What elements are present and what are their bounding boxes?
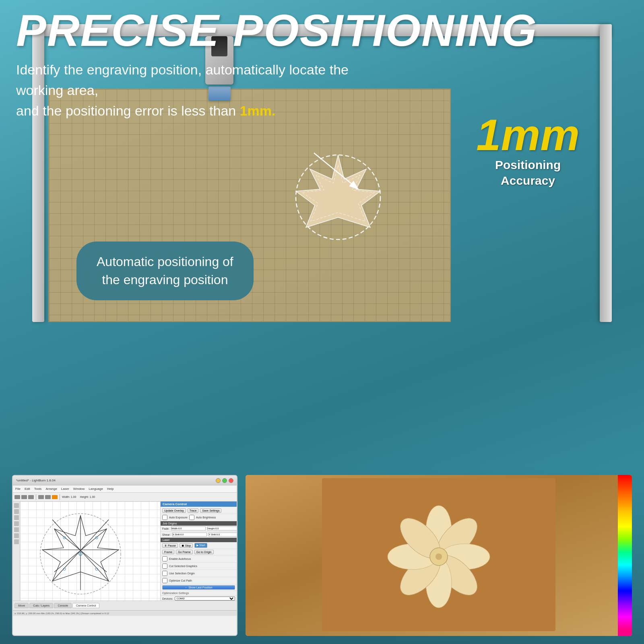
statusbar-text: x: 310.96, y: 200.00 mm Min (183.2h, 290…: [14, 612, 109, 615]
fade-label: Fade:: [162, 527, 169, 530]
stop-button[interactable]: ⏹ Stop: [180, 543, 193, 548]
product-image-panel: [246, 475, 632, 636]
callout-line1: Automatic positioning of: [97, 254, 233, 269]
yshift-input[interactable]: [208, 533, 237, 537]
panel-row-show-last: ← Show Last Position: [161, 584, 237, 591]
svg-point-30: [436, 553, 442, 560]
main-title: PRECISE POSITIONING: [16, 8, 537, 53]
show-last-position-button[interactable]: ← Show Last Position: [162, 585, 235, 590]
sidebar-tool-5[interactable]: [14, 527, 19, 532]
star-dashed-container: [294, 153, 382, 243]
optimize-path-label: Optimize Cut Path: [169, 579, 192, 582]
start-button[interactable]: ▶ Start: [194, 543, 207, 548]
toolbar-icon-orange[interactable]: [52, 495, 58, 499]
software-statusbar: x: 310.96, y: 200.00 mm Min (183.2h, 290…: [13, 610, 237, 616]
software-menubar: File Edit Tools Arrange Laser Window Lan…: [13, 485, 237, 493]
accuracy-line1: Positioning: [495, 158, 561, 171]
use-selection-checkbox[interactable]: [162, 571, 167, 576]
sidebar-tool-1[interactable]: [14, 503, 19, 508]
devices-dropdown[interactable]: COMID: [175, 597, 235, 601]
panel-row-options: Enable Autofocus: [161, 555, 237, 563]
minimize-button[interactable]: [216, 478, 221, 483]
devices-label: Devices:: [162, 597, 173, 600]
sidebar-tool-3[interactable]: [14, 515, 19, 520]
sidebar-tool-2[interactable]: [14, 509, 19, 514]
enable-autofocus-label: Enable Autofocus: [169, 557, 191, 560]
menu-file[interactable]: File: [15, 487, 21, 491]
toolbar-height-label: Height: 1.00: [80, 495, 95, 498]
menu-arrange[interactable]: Arrange: [45, 487, 57, 491]
software-canvas[interactable]: [20, 502, 160, 601]
sidebar-tool-6[interactable]: [14, 533, 19, 538]
toolbar-size-label: Width: 1.00: [62, 495, 76, 498]
optimize-path-checkbox[interactable]: [162, 578, 167, 583]
job-origins-header: Job Origins: [161, 521, 237, 526]
menu-edit[interactable]: Edit: [25, 487, 30, 491]
menu-help[interactable]: Help: [107, 487, 114, 491]
enable-autofocus-checkbox[interactable]: [162, 556, 167, 561]
canvas-star-shape: [32, 510, 129, 600]
software-bottom-tabs: Move Cuts / Layers Console Camera Contro…: [13, 601, 237, 610]
width-input[interactable]: [171, 526, 206, 530]
close-button[interactable]: [229, 478, 233, 483]
menu-language[interactable]: Language: [89, 487, 103, 491]
menu-laser[interactable]: Laser: [61, 487, 69, 491]
go-origin-button[interactable]: Go to Origin: [194, 550, 214, 554]
software-panel[interactable]: *untitled* - LightBurn 1.8.04 File Edit …: [12, 475, 237, 636]
toolbar-icon-3[interactable]: [28, 495, 34, 499]
toolbar-icon-1[interactable]: [14, 495, 20, 499]
software-right-panel: Camera Control Update Overlay Trace Save…: [160, 502, 237, 601]
panel-row-buttons: ⏸ Pause ⏹ Stop ▶ Start: [161, 542, 237, 549]
xshift-input[interactable]: [172, 533, 207, 537]
rail-right: [600, 24, 612, 322]
cut-selected-checkbox[interactable]: [162, 564, 167, 569]
product-star: [322, 478, 555, 633]
cut-selected-label: Cut Selected Graphics: [169, 565, 197, 568]
tab-cuts-layers[interactable]: Cuts / Layers: [29, 603, 53, 608]
tab-camera-control[interactable]: Camera Control: [72, 603, 99, 608]
callout-line2: the engraving position: [102, 272, 228, 287]
accuracy-text: Positioning Accuracy: [476, 157, 580, 188]
toolbar-separator: [36, 494, 36, 500]
subtitle-highlight: 1mm.: [240, 103, 276, 118]
software-main-area: Camera Control Update Overlay Trace Save…: [13, 502, 237, 601]
tab-move[interactable]: Move: [14, 603, 29, 608]
subtitle: Identify the engraving position, automat…: [16, 60, 378, 121]
auto-brightness-label: Auto Brightness: [196, 516, 216, 519]
color-strip: [618, 475, 632, 636]
panel-title-camera: Camera Control: [161, 502, 237, 507]
shear-label: Shear:: [162, 533, 171, 536]
trace-button[interactable]: Trace: [188, 508, 199, 513]
sidebar-tool-4[interactable]: [14, 521, 19, 526]
update-overlay-button[interactable]: Update Overlay: [162, 508, 186, 513]
laser-header: Laser: [161, 538, 237, 542]
menu-window[interactable]: Window: [73, 487, 85, 491]
callout-text: Automatic positioning of the engraving p…: [97, 253, 233, 289]
panel-row-use-selection: Use Selection Origin: [161, 570, 237, 577]
software-titlebar: *untitled* - LightBurn 1.8.04: [13, 476, 237, 485]
maximize-button[interactable]: [222, 478, 227, 483]
panel-row-frame: Frame Go Frame Go to Origin: [161, 549, 237, 555]
panel-row-fade: Fade:: [161, 526, 237, 532]
panel-row-cut-selected: Cut Selected Graphics: [161, 563, 237, 570]
frame-button[interactable]: Frame: [162, 550, 174, 554]
toolbar-icon-4[interactable]: [38, 495, 44, 499]
auto-brightness-checkbox[interactable]: [189, 515, 194, 520]
auto-exposure-checkbox[interactable]: [162, 515, 167, 520]
toolbar-icon-2[interactable]: [21, 495, 27, 499]
pause-button[interactable]: ⏸ Pause: [162, 543, 178, 548]
go-frame-button[interactable]: Go Frame: [176, 550, 193, 554]
save-settings-button[interactable]: Save Settings: [200, 508, 221, 513]
panel-row-shear: Shear:: [161, 532, 237, 538]
toolbar-icon-5[interactable]: [45, 495, 51, 499]
subtitle-text-1: Identify the engraving position, automat…: [16, 62, 349, 98]
sidebar-tool-7[interactable]: [14, 539, 19, 544]
subtitle-text-2: and the positioning error is less than: [16, 103, 240, 118]
menu-tools[interactable]: Tools: [34, 487, 42, 491]
auto-exposure-label: Auto Exposure: [169, 516, 188, 519]
panel-row-devices: Devices: COMID: [161, 596, 237, 601]
accuracy-label: 1mm Positioning Accuracy: [476, 113, 580, 188]
svg-marker-3: [296, 155, 380, 227]
height-input[interactable]: [207, 526, 237, 530]
tab-console[interactable]: Console: [54, 603, 72, 608]
